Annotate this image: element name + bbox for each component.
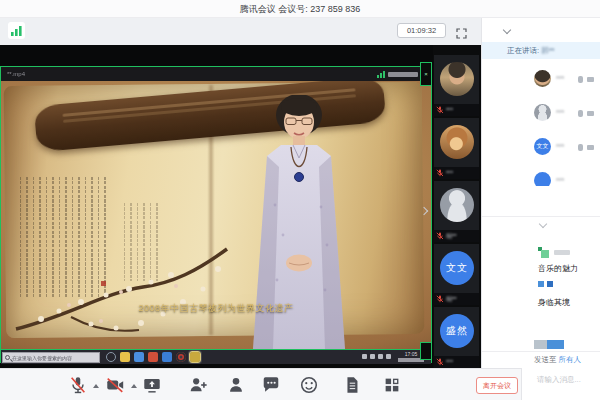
chat-image-thumbnail[interactable] [547, 340, 564, 349]
participant-list: *** *** 文文 *** *** [482, 62, 600, 186]
participant-name: *** [446, 170, 453, 176]
shared-windows-taskbar: 在这里输入你要搜索的内容 17:05 [1, 349, 431, 364]
video-player-topbar: **.mp4 [1, 67, 431, 81]
participant-name: 胡** [446, 232, 457, 241]
participant-row[interactable]: *** [482, 96, 600, 130]
video-tile[interactable]: *** [434, 55, 479, 116]
video-tile[interactable]: 胡** [434, 181, 479, 242]
chat-collapse-icon[interactable] [539, 220, 547, 228]
browser-icon[interactable] [106, 352, 116, 362]
media-icon[interactable] [176, 352, 186, 362]
main-video-area: **.mp4 [0, 45, 481, 368]
participant-name: *** [556, 143, 564, 150]
send-to-selector[interactable]: 所有人 [559, 355, 582, 364]
participant-row[interactable]: *** [482, 62, 600, 96]
invite-button[interactable] [188, 375, 208, 395]
mic-muted-icon [436, 169, 444, 177]
avatar [440, 62, 474, 96]
photos-icon[interactable] [162, 352, 172, 362]
explorer-icon[interactable] [120, 352, 130, 362]
shared-screen[interactable]: **.mp4 [0, 66, 432, 363]
mic-muted-icon [436, 358, 444, 366]
avatar-placeholder [440, 188, 474, 222]
camera-status-icon [587, 111, 594, 116]
video-subtitle: 2008年中国古琴被列为世界文化遗产 [1, 302, 431, 315]
section-divider [482, 216, 600, 217]
apps-button[interactable] [382, 375, 402, 395]
chat-input-area[interactable]: 请输入消息... [521, 368, 600, 400]
share-indicator-box [420, 342, 432, 360]
avatar [440, 125, 474, 159]
participant-name: 胡** [446, 295, 457, 304]
chat-sender-name [554, 250, 570, 255]
chat-sender-avatar [541, 250, 549, 258]
video-tile[interactable]: 文文 胡** [434, 244, 479, 305]
window-titlebar[interactable]: 腾讯会议 会议号: 237 859 836 [0, 0, 600, 18]
video-tile[interactable]: 盛然 *** [434, 307, 479, 368]
system-tray [362, 354, 391, 359]
mic-muted-icon [436, 295, 444, 303]
mic-options-caret[interactable] [93, 384, 99, 388]
meeting-toolbar: 离开会议 [0, 368, 521, 400]
camera-muted-button[interactable] [105, 375, 125, 395]
mic-muted-icon [436, 232, 444, 240]
meeting-window: 腾讯会议 会议号: 237 859 836 01:09:32 **.mp4 [0, 0, 600, 400]
leave-meeting-button[interactable]: 离开会议 [476, 377, 518, 394]
chat-button[interactable] [261, 375, 281, 395]
share-screen-button[interactable] [142, 375, 162, 395]
docs-button[interactable] [342, 375, 362, 395]
chat-input[interactable]: 请输入消息... [537, 375, 581, 385]
participant-row[interactable]: 文文 *** [482, 130, 600, 164]
avatar-placeholder [534, 104, 551, 121]
fullscreen-button[interactable] [456, 25, 467, 36]
taskbar-search-box[interactable]: 在这里输入你要搜索的内容 [2, 352, 100, 363]
video-tile[interactable]: *** [434, 118, 479, 179]
camera-options-caret[interactable] [131, 384, 137, 388]
meeting-title: 腾讯会议 会议号: 237 859 836 [240, 4, 361, 14]
camera-status-icon [587, 77, 594, 82]
chat-message: 身临其境 [538, 297, 570, 308]
network-signal-icon[interactable] [8, 22, 25, 39]
meeting-timer: 01:09:32 [397, 23, 446, 38]
signal-bars-icon [10, 24, 23, 37]
mic-status-icon [578, 76, 583, 83]
participant-name: *** [556, 177, 564, 184]
chat-message: 音乐的魅力 [538, 263, 578, 274]
player-signal-icon [377, 70, 385, 78]
avatar-initials: 文文 [440, 251, 474, 285]
share-border-close-box[interactable]: × [420, 62, 432, 86]
participant-name: *** [556, 109, 564, 116]
emoji-button[interactable] [299, 375, 319, 395]
participants-button[interactable] [226, 375, 246, 395]
close-icon: × [424, 71, 428, 77]
active-player-icon[interactable] [190, 352, 200, 362]
panel-collapse-icon[interactable] [503, 26, 511, 34]
chat-image-thumbnail[interactable] [534, 340, 547, 349]
avatar [534, 70, 551, 87]
player-network-stats [377, 70, 426, 78]
chat-input-divider [482, 351, 600, 352]
chat-sender-avatar [538, 281, 544, 287]
blossom-branch [11, 231, 236, 343]
right-panel: 正在讲话: 郭** *** *** 文文 *** *** [481, 18, 600, 368]
speaking-name: 郭** [541, 46, 554, 55]
video-thumbnail-column: *** *** 胡** 文文 胡** 盛然 [433, 45, 480, 368]
status-bar: 01:09:32 [0, 18, 481, 45]
avatar-initials: 盛然 [440, 314, 474, 348]
send-to-row: 发送至 所有人 [534, 355, 581, 365]
search-icon [5, 355, 10, 360]
mic-status-icon [578, 144, 583, 151]
chat-sender-avatar [547, 281, 553, 287]
participant-row[interactable]: *** [482, 164, 600, 186]
mic-muted-button[interactable] [68, 375, 88, 395]
avatar-initials [534, 172, 551, 186]
participant-name: *** [446, 107, 453, 113]
mic-status-icon [578, 110, 583, 117]
lecture-video-scene: 2008年中国古琴被列为世界文化遗产 [1, 81, 431, 349]
video-filename: **.mp4 [7, 71, 25, 77]
fullscreen-icon [456, 28, 467, 39]
app-red-icon[interactable] [148, 352, 158, 362]
player-stats-text [388, 72, 418, 77]
app-blue-icon[interactable] [134, 352, 144, 362]
avatar-initials: 文文 [534, 138, 551, 155]
